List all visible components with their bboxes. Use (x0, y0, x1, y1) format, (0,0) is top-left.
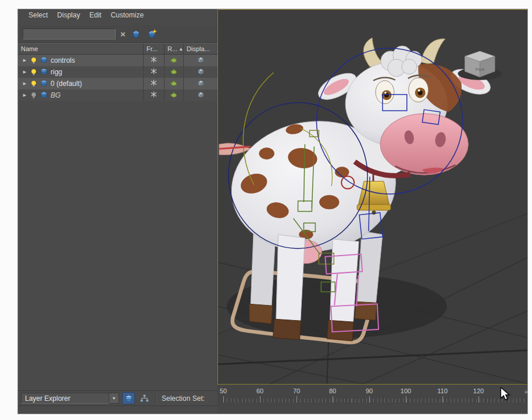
display-box-icon[interactable] (197, 68, 205, 77)
major-tick (479, 396, 479, 403)
frozen-icon[interactable] (151, 56, 157, 64)
chevron-down-icon[interactable]: ▼ (109, 393, 119, 404)
layer-name: 0 (default) (51, 80, 82, 88)
column-label: Fr... (147, 45, 158, 52)
display-box-icon[interactable] (197, 80, 205, 88)
table-row[interactable]: ▶ BG (18, 89, 217, 101)
timeline-tick-label: 70 (293, 387, 300, 394)
expand-arrow-icon[interactable]: ▶ (22, 81, 27, 86)
layer-name: BG (51, 91, 60, 99)
timeline-tick-label: 110 (437, 387, 448, 394)
display-box-icon[interactable] (197, 56, 205, 65)
renderable-teapot-icon[interactable] (170, 68, 178, 77)
sort-asc-icon: ▲ (178, 46, 183, 52)
bulb-on-icon[interactable] (30, 80, 37, 87)
timeline-end-arrows-icon: » (524, 388, 527, 395)
major-tick (260, 396, 260, 403)
table-header: Name Fr... R...▲ Displa... (18, 43, 217, 55)
clear-search-icon[interactable]: × (120, 30, 126, 38)
timeline-tick-label: 90 (366, 387, 373, 394)
viewcube[interactable]: Front (458, 51, 502, 80)
layer-name: controls (51, 56, 75, 64)
display-box-icon[interactable] (197, 91, 205, 100)
table-row[interactable]: ▶ controls (18, 55, 217, 66)
viewport-canvas[interactable]: Front (218, 10, 527, 384)
layer-name: rigg (51, 68, 62, 76)
major-tick (442, 396, 443, 403)
expand-arrow-icon[interactable]: ▶ (22, 58, 27, 63)
frozen-icon[interactable] (151, 91, 157, 99)
renderable-teapot-icon[interactable] (170, 80, 178, 88)
selection-set-label: Selection Set: (162, 394, 205, 403)
hierarchy-mode-button[interactable] (138, 392, 151, 404)
table-row[interactable]: ▶ 0 (default) (18, 78, 217, 89)
explorer-mode-dropdown[interactable]: Layer Explorer ▼ (21, 393, 119, 404)
timeline-tick-label: 120 (473, 387, 484, 394)
major-tick (333, 396, 333, 403)
renderable-teapot-icon[interactable] (170, 56, 178, 65)
search-row: × (18, 25, 217, 43)
table-row[interactable]: ▶ rigg (18, 66, 217, 78)
timeline-tick-label: 80 (329, 387, 336, 394)
bulb-on-icon[interactable] (30, 57, 37, 64)
mouse-cursor-icon (500, 387, 510, 401)
layer-mode-button[interactable] (122, 392, 135, 404)
column-header-frozen[interactable]: Fr... (144, 44, 165, 54)
major-tick (369, 396, 370, 403)
hierarchy-icon (140, 394, 149, 402)
frozen-icon[interactable] (151, 68, 157, 76)
column-header-name[interactable]: Name (18, 44, 144, 54)
renderable-teapot-icon[interactable] (170, 91, 178, 100)
major-tick (406, 396, 406, 403)
scene-explorer-panel: Select Display Edit Customize × (18, 9, 217, 414)
explorer-statusbar: Layer Explorer ▼ Selection Set: (18, 390, 217, 406)
timeline-tick-label: 50 (220, 387, 227, 394)
layers-icon (40, 91, 48, 100)
expand-arrow-icon[interactable]: ▶ (22, 70, 27, 74)
pick-layer-icon[interactable] (130, 28, 142, 40)
layer-list: ▶ controls ▶ (18, 55, 217, 101)
major-tick (297, 396, 297, 403)
column-header-render[interactable]: R...▲ (165, 44, 184, 54)
layers-icon (40, 80, 48, 88)
search-input[interactable] (23, 28, 116, 40)
statusbar-divider (156, 393, 156, 404)
menu-select[interactable]: Select (28, 11, 48, 25)
frozen-icon[interactable] (151, 80, 157, 88)
column-label: Name (21, 45, 38, 52)
layers-icon (124, 394, 133, 403)
expand-arrow-icon[interactable]: ▶ (22, 93, 27, 98)
time-slider-ruler[interactable]: 50 60 70 80 90 100 110 120 » (217, 385, 528, 404)
column-label: Displa... (187, 45, 210, 52)
layers-star-icon (147, 29, 157, 38)
viewcube-label: Front (476, 67, 484, 71)
timeline-tick-label: 100 (401, 387, 411, 394)
new-layer-icon[interactable] (147, 28, 158, 40)
explorer-mode-value[interactable]: Layer Explorer (21, 393, 109, 404)
major-tick (223, 396, 224, 403)
scene-explorer-window: Select Display Edit Customize × (17, 9, 528, 414)
menu-bar: Select Display Edit Customize (18, 9, 217, 25)
timeline-tick-label: 60 (256, 387, 263, 394)
bulb-off-icon[interactable] (30, 92, 37, 99)
menu-customize[interactable]: Customize (110, 11, 144, 25)
menu-display[interactable]: Display (57, 11, 80, 25)
column-header-display[interactable]: Displa... (184, 44, 217, 54)
layers-icon (40, 68, 48, 77)
column-label: R... (167, 45, 177, 52)
layers-icon (40, 56, 48, 65)
minor-ticks (223, 399, 526, 403)
layers-icon (131, 30, 141, 38)
bulb-on-icon[interactable] (30, 69, 37, 76)
menu-edit[interactable]: Edit (90, 11, 102, 25)
perspective-viewport[interactable]: Front (217, 9, 528, 385)
